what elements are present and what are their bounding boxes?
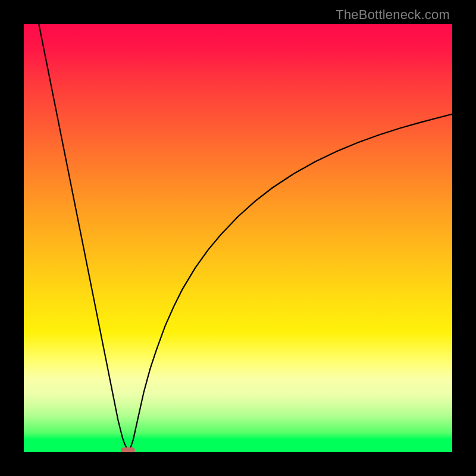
watermark-text: TheBottleneck.com bbox=[336, 7, 450, 23]
optimal-point-marker bbox=[121, 447, 135, 452]
chart-frame: TheBottleneck.com bbox=[0, 0, 476, 476]
bottleneck-curve-line bbox=[24, 24, 452, 452]
plot-area bbox=[24, 24, 452, 452]
